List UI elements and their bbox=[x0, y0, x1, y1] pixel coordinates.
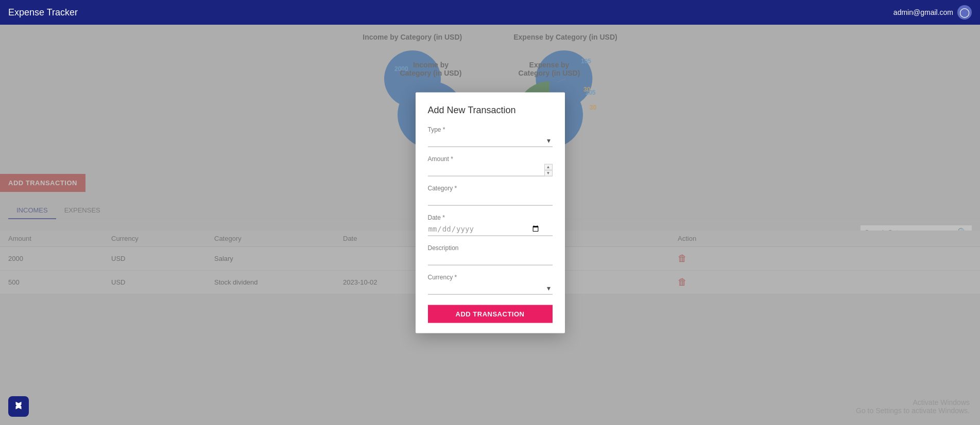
description-input[interactable] bbox=[428, 253, 553, 265]
modal-title: Add New Transaction bbox=[428, 105, 553, 116]
type-form-group: Type * Income Expense ▾ bbox=[428, 126, 553, 147]
app-icon-svg bbox=[13, 401, 24, 412]
modal-submit-button[interactable]: ADD TRANSACTION bbox=[428, 305, 553, 323]
main-content: Income by Category (in USD) 2000 Expense… bbox=[0, 25, 980, 425]
type-label-2: Type * bbox=[428, 126, 553, 133]
type-dropdown-wrapper: Income Expense ▾ bbox=[428, 134, 553, 147]
amount-decrement[interactable]: ▼ bbox=[544, 170, 553, 176]
navbar: Expense Tracker admin@gmail.com ◯ bbox=[0, 0, 980, 25]
date-input[interactable] bbox=[428, 222, 553, 236]
currency-form-group: Currency * USD EUR GBP ▾ bbox=[428, 274, 553, 295]
app-title: Expense Tracker bbox=[8, 7, 78, 18]
date-input-wrapper bbox=[428, 222, 553, 236]
category-input[interactable] bbox=[428, 193, 553, 206]
amount-label: Amount * bbox=[428, 155, 553, 163]
user-email: admin@gmail.com bbox=[893, 8, 953, 16]
amount-input[interactable] bbox=[428, 164, 553, 176]
add-transaction-modal: Add New Transaction Income Expense Type … bbox=[416, 93, 565, 333]
type-dropdown[interactable]: Income Expense bbox=[428, 134, 553, 147]
amount-form-group: Amount * ▲ ▼ bbox=[428, 155, 553, 176]
amount-spinner: ▲ ▼ bbox=[544, 164, 553, 176]
account-icon[interactable]: ◯ bbox=[957, 5, 972, 20]
date-form-group: Date * bbox=[428, 214, 553, 236]
category-label: Category * bbox=[428, 185, 553, 192]
currency-dropdown-wrapper: USD EUR GBP ▾ bbox=[428, 282, 553, 295]
amount-increment[interactable]: ▲ bbox=[544, 164, 553, 170]
date-label: Date * bbox=[428, 214, 553, 221]
description-label: Description bbox=[428, 244, 553, 252]
amount-input-wrapper: ▲ ▼ bbox=[428, 164, 553, 176]
currency-label: Currency * bbox=[428, 274, 553, 281]
navbar-right: admin@gmail.com ◯ bbox=[893, 5, 972, 20]
currency-dropdown[interactable]: USD EUR GBP bbox=[428, 282, 553, 295]
description-form-group: Description bbox=[428, 244, 553, 265]
app-icon[interactable] bbox=[8, 396, 29, 417]
category-form-group: Category * bbox=[428, 185, 553, 206]
